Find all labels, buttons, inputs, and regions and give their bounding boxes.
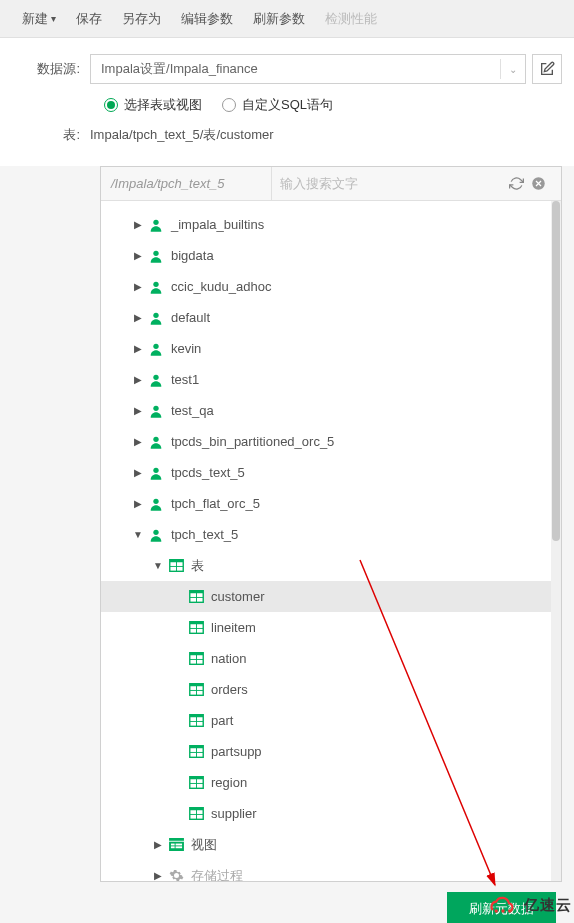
svg-rect-25 bbox=[190, 629, 196, 633]
tree-label: tpch_flat_orc_5 bbox=[171, 496, 260, 511]
tree-caret-icon: ▶ bbox=[171, 808, 185, 819]
tree-node[interactable]: ▶region bbox=[101, 767, 561, 798]
tree-node[interactable]: ▶part bbox=[101, 705, 561, 736]
svg-rect-44 bbox=[196, 748, 202, 752]
user-icon bbox=[147, 309, 165, 327]
tree-label: 视图 bbox=[191, 836, 217, 854]
save-button[interactable]: 保存 bbox=[66, 0, 112, 37]
svg-rect-57 bbox=[169, 838, 184, 841]
tree-caret-icon: ▶ bbox=[131, 467, 145, 478]
edit-datasource-button[interactable] bbox=[532, 54, 562, 84]
new-button[interactable]: 新建 ▾ bbox=[12, 0, 66, 37]
svg-rect-43 bbox=[190, 748, 196, 752]
new-label: 新建 bbox=[22, 10, 48, 28]
radio-custom-sql[interactable]: 自定义SQL语句 bbox=[222, 96, 333, 114]
refresh-icon[interactable] bbox=[507, 175, 525, 193]
tree-caret-icon: ▶ bbox=[131, 250, 145, 261]
browser-panel: /Impala/tpch_text_5 ▶_impala_builtins▶bi… bbox=[100, 166, 562, 882]
search-input[interactable] bbox=[280, 176, 507, 191]
svg-point-8 bbox=[153, 436, 158, 441]
tree-area[interactable]: ▶_impala_builtins▶bigdata▶ccic_kudu_adho… bbox=[101, 201, 561, 881]
svg-point-9 bbox=[153, 467, 158, 472]
scrollbar-thumb[interactable] bbox=[552, 201, 560, 541]
svg-rect-16 bbox=[176, 567, 182, 571]
tree-node[interactable]: ▶bigdata bbox=[101, 240, 561, 271]
svg-point-2 bbox=[153, 250, 158, 255]
user-icon bbox=[147, 526, 165, 544]
tree-node[interactable]: ▶存储过程 bbox=[101, 860, 561, 881]
svg-point-65 bbox=[501, 909, 504, 912]
svg-rect-13 bbox=[170, 562, 176, 566]
svg-rect-30 bbox=[190, 660, 196, 664]
edit-params-button[interactable]: 编辑参数 bbox=[171, 0, 243, 37]
datasource-value: Impala设置/Impala_finance bbox=[101, 60, 258, 78]
tree-label: 存储过程 bbox=[191, 867, 243, 882]
table-icon bbox=[187, 650, 205, 668]
svg-point-5 bbox=[153, 343, 158, 348]
tree-label: kevin bbox=[171, 341, 201, 356]
tree-node[interactable]: ▶视图 bbox=[101, 829, 561, 860]
svg-rect-18 bbox=[190, 593, 196, 597]
tree-node[interactable]: ▶customer bbox=[101, 581, 561, 612]
toolbar: 新建 ▾ 保存 另存为 编辑参数 刷新参数 检测性能 bbox=[0, 0, 574, 38]
user-icon bbox=[147, 433, 165, 451]
svg-rect-56 bbox=[196, 815, 202, 819]
tree-node[interactable]: ▶lineitem bbox=[101, 612, 561, 643]
tree-label: customer bbox=[211, 589, 264, 604]
tree-node[interactable]: ▶test1 bbox=[101, 364, 561, 395]
tree-caret-icon: ▶ bbox=[131, 498, 145, 509]
save-as-button[interactable]: 另存为 bbox=[112, 0, 171, 37]
tree-caret-icon: ▶ bbox=[131, 281, 145, 292]
radio-icon bbox=[104, 98, 118, 112]
svg-rect-54 bbox=[196, 810, 202, 814]
radio-group: 选择表或视图 自定义SQL语句 bbox=[90, 96, 333, 114]
tree-label: nation bbox=[211, 651, 246, 666]
svg-point-3 bbox=[153, 281, 158, 286]
tree-node[interactable]: ▶tpch_flat_orc_5 bbox=[101, 488, 561, 519]
user-icon bbox=[147, 371, 165, 389]
tree-caret-icon: ▼ bbox=[151, 560, 165, 571]
tree-node[interactable]: ▶nation bbox=[101, 643, 561, 674]
radio-label: 自定义SQL语句 bbox=[242, 96, 333, 114]
scrollbar[interactable] bbox=[551, 201, 561, 881]
datasource-select[interactable]: Impala设置/Impala_finance ⌄ bbox=[90, 54, 526, 84]
tree-node[interactable]: ▶tpcds_bin_partitioned_orc_5 bbox=[101, 426, 561, 457]
tree-node[interactable]: ▶test_qa bbox=[101, 395, 561, 426]
svg-rect-14 bbox=[176, 562, 182, 566]
radio-table-view[interactable]: 选择表或视图 bbox=[104, 96, 202, 114]
tree-caret-icon: ▶ bbox=[131, 312, 145, 323]
radio-label: 选择表或视图 bbox=[124, 96, 202, 114]
tree-node[interactable]: ▶ccic_kudu_adhoc bbox=[101, 271, 561, 302]
table-value: Impala/tpch_text_5/表/customer bbox=[90, 126, 274, 144]
svg-rect-20 bbox=[190, 598, 196, 602]
tree-node[interactable]: ▶tpcds_text_5 bbox=[101, 457, 561, 488]
tree-label: part bbox=[211, 713, 233, 728]
svg-rect-28 bbox=[190, 655, 196, 659]
tree-node[interactable]: ▶_impala_builtins bbox=[101, 209, 561, 240]
table-icon bbox=[187, 712, 205, 730]
svg-rect-50 bbox=[190, 784, 196, 788]
refresh-params-button[interactable]: 刷新参数 bbox=[243, 0, 315, 37]
svg-rect-21 bbox=[196, 598, 202, 602]
tree-node[interactable]: ▶partsupp bbox=[101, 736, 561, 767]
form-area: 数据源: Impala设置/Impala_finance ⌄ 选择表或视图 自定… bbox=[0, 38, 574, 166]
tree-label: region bbox=[211, 775, 247, 790]
tree-node[interactable]: ▶supplier bbox=[101, 798, 561, 829]
svg-point-6 bbox=[153, 374, 158, 379]
svg-rect-55 bbox=[190, 815, 196, 819]
svg-rect-36 bbox=[196, 691, 202, 695]
user-icon bbox=[147, 402, 165, 420]
tree-node[interactable]: ▶default bbox=[101, 302, 561, 333]
tree-node[interactable]: ▼表 bbox=[101, 550, 561, 581]
table-icon bbox=[187, 588, 205, 606]
tree-node[interactable]: ▶kevin bbox=[101, 333, 561, 364]
tree-node[interactable]: ▼tpch_text_5 bbox=[101, 519, 561, 550]
svg-rect-53 bbox=[190, 810, 196, 814]
close-icon[interactable] bbox=[529, 175, 547, 193]
svg-rect-59 bbox=[170, 844, 174, 846]
check-perf-button: 检测性能 bbox=[315, 0, 387, 37]
svg-rect-39 bbox=[196, 717, 202, 721]
tree-caret-icon: ▼ bbox=[131, 529, 145, 540]
tree-node[interactable]: ▶orders bbox=[101, 674, 561, 705]
radio-row: 选择表或视图 自定义SQL语句 bbox=[12, 96, 562, 114]
